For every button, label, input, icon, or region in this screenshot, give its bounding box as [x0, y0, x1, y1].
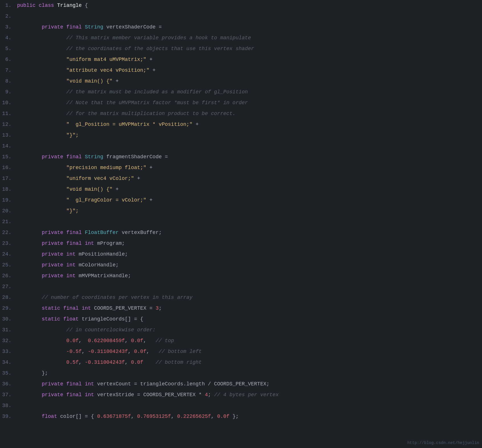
code-line: 7. "attribute vec4 vPosition;" + [0, 65, 482, 76]
line-number: 31. [0, 324, 17, 335]
code-line: 8. "void main() {" + [0, 76, 482, 87]
line-content: static final int COORDS_PER_VERTEX = 3; [17, 303, 476, 314]
line-number: 18. [0, 184, 17, 195]
line-content: "precision mediump float;" + [17, 162, 476, 173]
line-number: 8. [0, 76, 17, 87]
line-content: "}"; [17, 130, 476, 141]
line-number: 32. [0, 335, 17, 346]
line-content: private final int vertexStride = COORDS_… [17, 389, 476, 400]
line-content [17, 216, 476, 227]
code-line: 4. // This matrix member variable provid… [0, 32, 482, 43]
code-line: 10. // Note that the uMVPMatrix factor *… [0, 97, 482, 108]
line-number: 38. [0, 400, 17, 411]
line-number: 19. [0, 195, 17, 205]
line-number: 28. [0, 292, 17, 303]
line-number: 10. [0, 97, 17, 108]
line-number: 37. [0, 389, 17, 400]
code-line: 31. // in counterclockwise order: [0, 324, 482, 335]
code-line: 21. [0, 216, 482, 227]
line-number: 27. [0, 281, 17, 292]
line-content: private final int mProgram; [17, 238, 476, 249]
line-content: " gl_Position = uMVPMatrix * vPosition;"… [17, 119, 476, 130]
line-number: 5. [0, 43, 17, 54]
line-content [17, 141, 476, 151]
line-content: float color[] = { 0.63671875f, 0.7695312… [17, 411, 476, 422]
watermark: http://blog.csdn.net/hejjunlin [407, 441, 479, 445]
code-line: 37. private final int vertexStride = COO… [0, 389, 482, 400]
line-number: 3. [0, 22, 17, 32]
line-content: 0.5f, -0.311004243f, 0.0f // bottom righ… [17, 357, 476, 368]
line-content: static float triangleCoords[] = { [17, 314, 476, 324]
line-number: 6. [0, 54, 17, 65]
code-line: 12. " gl_Position = uMVPMatrix * vPositi… [0, 119, 482, 130]
line-number: 25. [0, 260, 17, 270]
line-content: "uniform mat4 uMVPMatrix;" + [17, 54, 476, 65]
line-content: private final String vertexShaderCode = [17, 22, 476, 32]
code-line: 24. private int mPositionHandle; [0, 249, 482, 260]
line-number: 21. [0, 216, 17, 227]
line-content [17, 11, 476, 22]
code-line: 34. 0.5f, -0.311004243f, 0.0f // bottom … [0, 357, 482, 368]
line-content: " gl_FragColor = vColor;" + [17, 195, 476, 205]
code-line: 19. " gl_FragColor = vColor;" + [0, 195, 482, 205]
code-line: 13. "}"; [0, 130, 482, 141]
code-line: 3. private final String vertexShaderCode… [0, 22, 482, 32]
line-content: private int mColorHandle; [17, 260, 476, 270]
line-content: 0.0f, 0.622008459f, 0.0f, // top [17, 335, 476, 346]
code-line: 33. -0.5f, -0.311004243f, 0.0f, // botto… [0, 346, 482, 357]
line-number: 22. [0, 227, 17, 238]
line-content: private final int vertexCount = triangle… [17, 379, 476, 389]
line-content: "void main() {" + [17, 184, 476, 195]
line-number: 26. [0, 270, 17, 281]
code-line: 25. private int mColorHandle; [0, 260, 482, 270]
code-line: 26. private int mMVPMatrixHandle; [0, 270, 482, 281]
line-number: 12. [0, 119, 17, 130]
code-line: 22. private final FloatBuffer vertexBuff… [0, 227, 482, 238]
line-content: // for the matrix multiplication product… [17, 108, 476, 119]
line-number: 33. [0, 346, 17, 357]
line-content [17, 400, 476, 411]
line-content: // in counterclockwise order: [17, 324, 476, 335]
line-number: 9. [0, 87, 17, 97]
line-number: 11. [0, 108, 17, 119]
code-line: 36. private final int vertexCount = tria… [0, 379, 482, 389]
line-content: private final FloatBuffer vertexBuffer; [17, 227, 476, 238]
line-number: 35. [0, 368, 17, 379]
line-number: 15. [0, 151, 17, 162]
code-line: 2. [0, 11, 482, 22]
line-content: private final String fragmentShaderCode … [17, 151, 476, 162]
line-number: 1. [0, 0, 17, 11]
line-number: 34. [0, 357, 17, 368]
line-content: // the matrix must be included as a modi… [17, 87, 476, 97]
code-line: 39. float color[] = { 0.63671875f, 0.769… [0, 411, 482, 422]
code-line: 17. "uniform vec4 vColor;" + [0, 173, 482, 184]
code-line: 5. // the coordinates of the objects tha… [0, 43, 482, 54]
code-line: 9. // the matrix must be included as a m… [0, 87, 482, 97]
line-content: "attribute vec4 vPosition;" + [17, 65, 476, 76]
line-content: "}"; [17, 205, 476, 216]
code-line: 14. [0, 141, 482, 151]
line-content: // the coordinates of the objects that u… [17, 43, 476, 54]
line-number: 14. [0, 141, 17, 151]
code-line: 20. "}"; [0, 205, 482, 216]
line-content: // number of coordinates per vertex in t… [17, 292, 476, 303]
code-line: 29. static final int COORDS_PER_VERTEX =… [0, 303, 482, 314]
code-line: 28. // number of coordinates per vertex … [0, 292, 482, 303]
line-content: }; [17, 368, 476, 379]
line-content: private int mPositionHandle; [17, 249, 476, 260]
code-line: 32. 0.0f, 0.622008459f, 0.0f, // top [0, 335, 482, 346]
code-line: 11. // for the matrix multiplication pro… [0, 108, 482, 119]
line-number: 24. [0, 249, 17, 260]
line-content [17, 281, 476, 292]
line-number: 36. [0, 379, 17, 389]
code-line: 23. private final int mProgram; [0, 238, 482, 249]
line-content: public class Triangle { [17, 0, 476, 11]
line-content: -0.5f, -0.311004243f, 0.0f, // bottom le… [17, 346, 476, 357]
line-content: private int mMVPMatrixHandle; [17, 270, 476, 281]
line-content: "uniform vec4 vColor;" + [17, 173, 476, 184]
line-number: 17. [0, 173, 17, 184]
line-number: 13. [0, 130, 17, 141]
code-line: 6. "uniform mat4 uMVPMatrix;" + [0, 54, 482, 65]
line-number: 7. [0, 65, 17, 76]
line-number: 39. [0, 411, 17, 422]
